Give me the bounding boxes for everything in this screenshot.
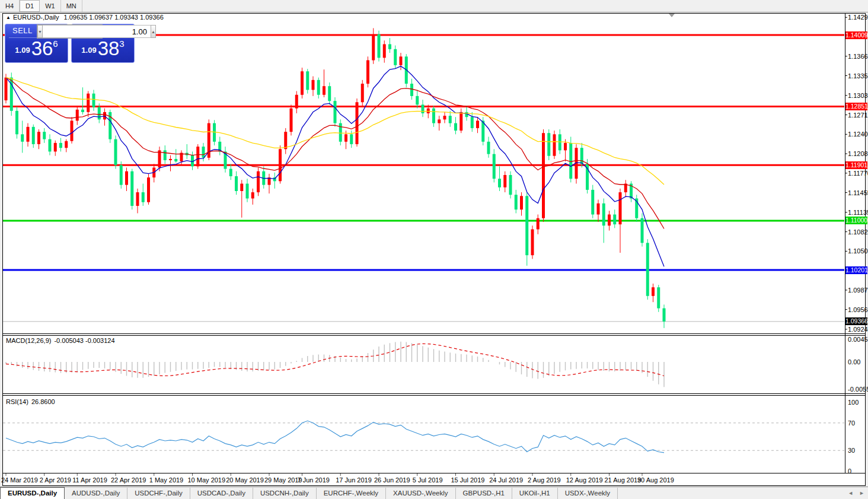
chart-tab-gbpusd-h1[interactable]: GBPUSD-,H1	[456, 488, 512, 499]
tab-scroll-right-icon[interactable]: ►	[859, 490, 864, 496]
tab-scroll-arrows: ◄►	[842, 487, 864, 499]
chart-tab-usdcad-daily[interactable]: USDCAD-,Daily	[190, 488, 253, 499]
chart-tab-ukoil-h1[interactable]: UKOil-,H1	[512, 488, 558, 499]
chart-tab-bar: EURUSD-,DailyAUDUSD-,DailyUSDCHF-,DailyU…	[0, 487, 868, 499]
volume-decrease-button[interactable]: ▼	[37, 25, 43, 38]
chart-title: ▲EURUSD-,Daily1.09635 1.09637 1.09343 1.…	[6, 14, 164, 21]
sell-label: SELL	[12, 26, 33, 35]
tab-scroll-left-icon[interactable]: ◄	[848, 490, 853, 496]
chart-tab-audusd-daily[interactable]: AUDUSD-,Daily	[65, 488, 127, 499]
chart-tab-xauusd-weekly[interactable]: XAUUSD-,Weekly	[386, 488, 455, 499]
timeframe-button-w1[interactable]: W1	[40, 0, 61, 12]
volume-stepper: ▼ ▲	[37, 24, 103, 39]
chevron-down-icon: ▼	[38, 30, 42, 34]
timeframe-button-mn[interactable]: MN	[61, 0, 82, 12]
chart-tab-usdcnh-daily[interactable]: USDCNH-,Daily	[253, 488, 317, 499]
sell-price: 1.09366	[5, 37, 68, 60]
macd-values: -0.005043 -0.003124	[54, 337, 114, 344]
rsi-label: RSI(14)26.8600	[6, 398, 55, 405]
one-click-trading-panel: SELL 1.09366 BUY 1.09383 ▼ ▲	[5, 24, 135, 63]
volume-increase-button[interactable]: ▲	[151, 25, 156, 38]
macd-label: MACD(12,26,9)-0.005043 -0.003124	[6, 337, 115, 344]
rsi-value: 26.8600	[31, 398, 55, 405]
timeframe-button-h4[interactable]: H4	[0, 0, 20, 12]
volume-input[interactable]	[43, 25, 151, 38]
timeframe-button-d1[interactable]: D1	[20, 0, 40, 12]
symbol-period-label: EURUSD-,Daily	[13, 14, 59, 21]
rsi-name: RSI(14)	[6, 398, 28, 405]
chart-tab-eurusd-daily[interactable]: EURUSD-,Daily	[0, 487, 65, 499]
collapse-panel-icon[interactable]: ▲	[6, 15, 11, 20]
chart-shift-marker[interactable]	[669, 14, 675, 17]
chart-tab-usdx-weekly[interactable]: USDX-,Weekly	[558, 488, 618, 499]
chevron-up-icon: ▲	[151, 30, 155, 34]
chart-tab-eurchf-weekly[interactable]: EURCHF-,Weekly	[317, 488, 386, 499]
timeframe-toolbar: H4D1W1MN	[0, 0, 868, 12]
chart-canvas[interactable]	[0, 0, 868, 499]
quote-values: 1.09635 1.09637 1.09343 1.09366	[64, 14, 164, 21]
buy-price: 1.09383	[72, 37, 134, 60]
chart-tab-usdchf-daily[interactable]: USDCHF-,Daily	[127, 488, 190, 499]
macd-name: MACD(12,26,9)	[6, 337, 51, 344]
